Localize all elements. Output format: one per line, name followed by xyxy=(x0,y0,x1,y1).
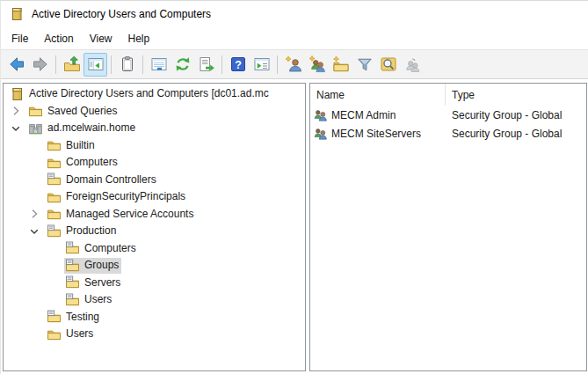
tree-item-label: Saved Queries xyxy=(47,105,117,118)
tree-item-saved-queries[interactable]: Saved Queries xyxy=(27,103,120,119)
ou-folder-icon xyxy=(65,259,80,273)
forward-arrow-button[interactable] xyxy=(28,53,52,77)
help-icon: ? xyxy=(229,55,247,73)
expander-slot xyxy=(46,259,64,273)
tree-item-label: Users xyxy=(66,327,93,341)
console-tree-pane: Active Directory Users and Computers [dc… xyxy=(3,83,306,371)
tree-row[interactable]: Domain Controllers xyxy=(4,172,305,189)
export-list-button[interactable] xyxy=(194,53,218,77)
tree-item-active-directory-users-and-computers-dc0[interactable]: Active Directory Users and Computers [dc… xyxy=(9,86,272,102)
filter-icon xyxy=(356,55,374,73)
menu-action[interactable]: Action xyxy=(36,30,81,48)
show-console-tree-button[interactable] xyxy=(83,53,107,77)
expander-slot xyxy=(27,156,46,170)
security-group-icon xyxy=(313,108,328,122)
list-properties-window-button[interactable] xyxy=(147,53,171,77)
folder-icon xyxy=(47,190,62,204)
tree-item-production[interactable]: Production xyxy=(46,224,119,239)
folder-icon xyxy=(47,156,62,170)
toolbar-separator xyxy=(277,55,278,74)
tree-item-label: Managed Service Accounts xyxy=(66,208,193,221)
properties-clipboard-button[interactable] xyxy=(115,53,139,77)
tree-row[interactable]: Active Directory Users and Computers [dc… xyxy=(4,85,305,103)
tree-item-managed-service-accounts[interactable]: Managed Service Accounts xyxy=(46,206,196,222)
tree-row[interactable]: Users xyxy=(4,326,305,343)
help-button[interactable]: ? xyxy=(226,53,250,77)
ou-folder-icon xyxy=(65,293,80,307)
tree-item-computers[interactable]: Computers xyxy=(64,240,139,256)
expander-collapsed-icon[interactable] xyxy=(27,207,46,221)
expander-slot xyxy=(46,293,64,307)
list-cell-name: MECM Admin xyxy=(310,108,446,122)
column-header-type[interactable]: Type xyxy=(446,84,586,106)
filter-button[interactable] xyxy=(352,53,376,77)
security-group-icon xyxy=(313,127,328,141)
tree-row[interactable]: Saved Queries xyxy=(4,103,305,121)
toolbar-separator xyxy=(55,55,56,74)
menu-help[interactable]: Help xyxy=(120,30,158,48)
tree-item-label: Groups xyxy=(84,259,119,272)
new-user-button[interactable] xyxy=(281,53,305,77)
up-one-level-icon xyxy=(63,55,81,73)
tree-row[interactable]: Production xyxy=(4,223,305,240)
expander-expanded-icon[interactable] xyxy=(27,224,46,238)
ou-folder-icon xyxy=(65,241,80,255)
find-icon xyxy=(380,55,397,73)
tree-row[interactable]: Testing xyxy=(4,309,305,326)
find-button[interactable] xyxy=(376,53,400,77)
expander-expanded-icon[interactable] xyxy=(9,121,27,136)
tree-row[interactable]: ad.mcelwain.home xyxy=(4,120,305,137)
tree-row[interactable]: Builtin xyxy=(4,137,305,155)
tree-item-users[interactable]: Users xyxy=(64,292,114,308)
refresh-button[interactable] xyxy=(171,53,194,77)
tree-row[interactable]: Computers xyxy=(4,154,305,172)
tree-row[interactable]: Computers xyxy=(4,240,305,258)
tree-row[interactable]: Servers xyxy=(4,275,305,292)
folder-icon xyxy=(47,207,62,221)
new-user-icon xyxy=(285,55,302,73)
menu-file[interactable]: File xyxy=(4,30,36,48)
back-arrow-icon xyxy=(8,55,25,73)
tree-row[interactable]: Users xyxy=(4,291,305,309)
group-type: Security Group - Global xyxy=(446,128,586,140)
expander-slot xyxy=(46,241,64,255)
tree-row[interactable]: ForeignSecurityPrincipals xyxy=(4,188,305,206)
expander-collapsed-icon[interactable] xyxy=(9,104,27,118)
help-topics-window-icon xyxy=(253,55,271,73)
list-row[interactable]: MECM AdminSecurity Group - Global xyxy=(310,106,586,124)
ou-folder-icon xyxy=(65,275,80,290)
expander-slot xyxy=(27,310,46,324)
new-group-button[interactable] xyxy=(305,53,329,77)
tree-item-testing[interactable]: Testing xyxy=(46,309,102,325)
up-one-level-button[interactable] xyxy=(60,53,83,77)
tree-item-users[interactable]: Users xyxy=(46,326,96,342)
tree-row[interactable]: Managed Service Accounts xyxy=(4,206,305,224)
tree-item-ad-mcelwain-home[interactable]: ad.mcelwain.home xyxy=(27,121,138,136)
console-root-icon xyxy=(10,87,25,101)
forward-arrow-icon xyxy=(32,55,49,73)
tree-item-domain-controllers[interactable]: Domain Controllers xyxy=(46,172,159,187)
menu-view[interactable]: View xyxy=(82,30,120,48)
console-app-icon xyxy=(10,7,24,21)
tree-item-label: ad.mcelwain.home xyxy=(47,121,135,135)
toolbar: ? xyxy=(1,49,588,79)
tree-item-groups[interactable]: Groups xyxy=(64,258,121,274)
tree-item-computers[interactable]: Computers xyxy=(46,155,120,171)
tree-item-label: Testing xyxy=(66,311,99,324)
svg-text:?: ? xyxy=(235,59,242,71)
column-header-name[interactable]: Name xyxy=(310,84,446,106)
tree-item-builtin[interactable]: Builtin xyxy=(46,137,98,153)
list-row[interactable]: MECM SiteServersSecurity Group - Global xyxy=(310,124,586,143)
tree-item-label: Domain Controllers xyxy=(66,173,156,187)
back-arrow-button[interactable] xyxy=(4,53,28,77)
tree-item-label: Users xyxy=(84,293,112,306)
tree-item-servers[interactable]: Servers xyxy=(64,275,123,290)
help-topics-window-button[interactable] xyxy=(250,53,273,77)
tree-item-label: Builtin xyxy=(66,139,95,152)
group-name: MECM SiteServers xyxy=(331,128,421,140)
tree-item-foreignsecurityprincipals[interactable]: ForeignSecurityPrincipals xyxy=(46,189,188,205)
tree-row[interactable]: Groups xyxy=(4,257,305,275)
folder-icon xyxy=(47,327,62,341)
expander-slot xyxy=(27,190,46,204)
new-ou-button[interactable] xyxy=(329,53,352,77)
